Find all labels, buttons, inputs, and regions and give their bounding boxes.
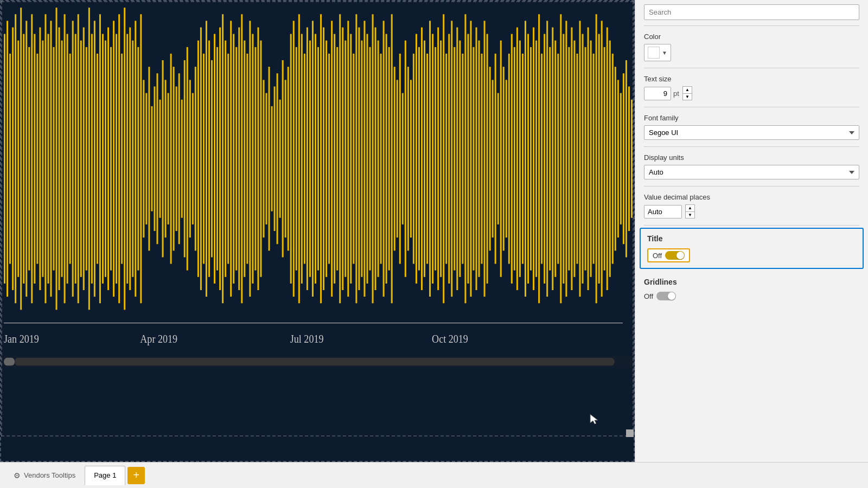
- svg-rect-6: [17, 41, 19, 277]
- svg-text:Jul 2019: Jul 2019: [290, 332, 324, 345]
- svg-rect-52: [143, 80, 144, 237]
- svg-rect-144: [394, 67, 395, 251]
- chart-border-right: [633, 1, 634, 436]
- svg-rect-44: [121, 54, 123, 264]
- svg-rect-159: [435, 47, 436, 271]
- svg-rect-99: [271, 106, 273, 211]
- font-family-select[interactable]: Segoe UI Arial Calibri Times New Roman: [644, 125, 859, 140]
- svg-rect-37: [102, 34, 104, 284]
- gridlines-toggle-thumb: [668, 292, 675, 300]
- svg-rect-118: [323, 27, 324, 290]
- svg-rect-169: [462, 54, 463, 264]
- svg-rect-154: [421, 27, 423, 290]
- chart-svg: /* bars generated via CSS/SVG below */: [1, 1, 634, 461]
- svg-rect-85: [233, 34, 234, 284]
- svg-rect-61: [168, 93, 169, 224]
- text-size-input[interactable]: 9: [644, 87, 671, 100]
- svg-rect-68: [187, 47, 188, 271]
- svg-rect-95: [260, 41, 261, 277]
- text-size-unit: pt: [673, 89, 679, 98]
- svg-rect-94: [257, 27, 259, 290]
- svg-rect-84: [230, 21, 232, 297]
- svg-rect-51: [140, 14, 142, 303]
- svg-rect-135: [369, 47, 371, 271]
- svg-rect-225: [615, 67, 616, 251]
- svg-rect-152: [416, 34, 417, 284]
- title-toggle-thumb: [676, 252, 684, 259]
- value-decimal-input[interactable]: [644, 205, 682, 219]
- svg-rect-177: [484, 21, 486, 297]
- svg-rect-133: [363, 21, 365, 297]
- svg-rect-124: [339, 14, 341, 303]
- svg-rect-130: [355, 14, 357, 303]
- svg-rect-164: [448, 34, 450, 284]
- svg-rect-45: [124, 8, 125, 310]
- text-size-label: Text size: [644, 75, 859, 83]
- svg-rect-190: [519, 41, 521, 277]
- svg-rect-32: [88, 8, 90, 310]
- value-decimal-decrement[interactable]: ▼: [685, 211, 695, 219]
- title-section: Title Off: [640, 228, 864, 269]
- tab-page-1[interactable]: Page 1: [85, 466, 125, 485]
- right-panel: Color ▼ Text size 9 pt ▲ ▼: [635, 0, 868, 462]
- value-decimal-spinner: ▲ ▼: [685, 204, 695, 219]
- svg-rect-171: [467, 34, 469, 284]
- svg-rect-224: [612, 54, 614, 264]
- svg-rect-31: [86, 47, 87, 271]
- resize-handle[interactable]: [626, 429, 634, 437]
- svg-rect-220: [601, 21, 603, 297]
- gridlines-toggle-label: Off: [644, 292, 653, 300]
- title-toggle-row: Off: [647, 248, 856, 262]
- text-size-section: Text size 9 pt ▲ ▼: [635, 68, 868, 107]
- panel-search-input[interactable]: [644, 4, 859, 20]
- gridlines-toggle-button[interactable]: Off: [644, 292, 676, 300]
- svg-rect-214: [585, 47, 586, 271]
- svg-rect-92: [252, 34, 253, 284]
- value-decimal-increment[interactable]: ▲: [685, 204, 695, 211]
- svg-rect-178: [487, 34, 488, 284]
- svg-rect-24: [67, 34, 68, 284]
- bottom-bar: ⚙ Vendors Tooltips Page 1 +: [0, 462, 868, 488]
- svg-rect-109: [298, 14, 300, 303]
- color-picker-button[interactable]: ▼: [644, 44, 671, 61]
- svg-rect-83: [227, 54, 229, 264]
- svg-rect-114: [312, 21, 314, 297]
- svg-text:Oct 2019: Oct 2019: [432, 332, 468, 345]
- svg-rect-35: [97, 54, 98, 264]
- title-toggle-track: [665, 251, 685, 260]
- color-picker-row: ▼: [644, 44, 859, 61]
- svg-rect-40: [110, 47, 112, 271]
- add-tab-icon: +: [133, 469, 140, 481]
- svg-rect-215: [588, 27, 589, 290]
- svg-rect-29: [80, 41, 82, 277]
- display-units-label: Display units: [644, 153, 859, 162]
- svg-rect-23: [64, 14, 66, 303]
- svg-rect-170: [464, 14, 466, 303]
- svg-rect-147: [402, 93, 404, 224]
- svg-rect-127: [347, 21, 349, 297]
- svg-rect-11: [31, 14, 33, 303]
- display-units-select[interactable]: Auto None Thousands Millions Billions Tr…: [644, 165, 859, 179]
- svg-rect-58: [159, 100, 161, 218]
- tab-vendors-tooltips[interactable]: ⚙ Vendors Tooltips: [4, 466, 85, 485]
- svg-rect-175: [478, 41, 480, 277]
- svg-rect-221: [604, 47, 605, 271]
- text-size-decrement[interactable]: ▼: [682, 93, 692, 100]
- svg-rect-110: [301, 34, 303, 284]
- svg-rect-59: [162, 60, 164, 257]
- svg-rect-163: [445, 54, 447, 264]
- svg-rect-34: [94, 21, 95, 297]
- svg-rect-185: [506, 80, 507, 237]
- text-size-row: 9 pt ▲ ▼: [644, 86, 859, 100]
- svg-rect-202: [552, 27, 553, 290]
- title-toggle-button[interactable]: Off: [647, 248, 690, 262]
- chart-container: /* bars generated via CSS/SVG below */: [0, 0, 635, 462]
- add-tab-button[interactable]: +: [127, 467, 145, 484]
- svg-rect-119: [326, 41, 327, 277]
- svg-rect-239: [15, 358, 615, 366]
- svg-rect-146: [399, 54, 401, 264]
- text-size-increment[interactable]: ▲: [682, 86, 692, 93]
- svg-rect-16: [44, 14, 46, 303]
- svg-rect-148: [405, 41, 406, 277]
- svg-rect-80: [219, 27, 221, 290]
